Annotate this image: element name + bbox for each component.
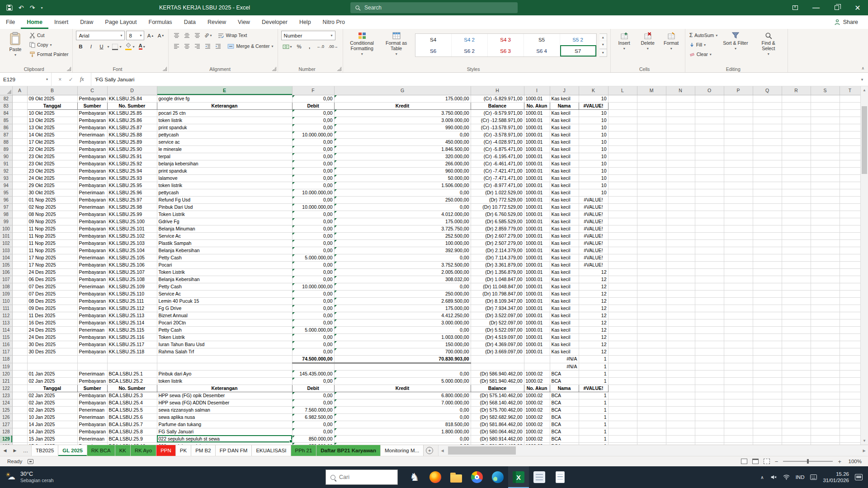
cell-B121[interactable]: 02 Jan 2025 [27,377,77,385]
cell-A85[interactable] [12,117,27,124]
cell-P108[interactable] [724,283,753,290]
font-size-combo[interactable]: 8▾ [126,31,144,40]
cell-I100[interactable]: 1000.01 [524,225,550,232]
cell-R110[interactable] [782,297,811,305]
formula-bar-expand-icon[interactable]: ▾ [856,73,868,86]
cell-N130[interactable] [666,442,695,445]
cell-L114[interactable] [608,326,637,333]
cell-M93[interactable] [637,174,666,182]
cell-D87[interactable]: KK.LSBU.25.88 [107,131,157,138]
cell-J112[interactable]: Kas kecil [550,312,579,319]
cell-I122[interactable]: No. Akun [524,385,550,392]
cell-R107[interactable] [782,276,811,283]
cell-L83[interactable] [608,102,637,109]
cell-D89[interactable]: KK.LSBU.25.90 [107,145,157,153]
cell-K102[interactable]: #VALUE! [579,239,608,247]
cell-E119[interactable] [157,363,292,370]
cell-G122[interactable]: Kredit [334,385,471,392]
cell-A126[interactable] [12,413,27,421]
cell-O114[interactable] [695,326,724,333]
cell-J126[interactable]: BCA [550,413,579,421]
cell-D126[interactable]: BCA.LSBU.25.6 [107,413,157,421]
cell-K83[interactable]: #VALUE! [579,102,608,109]
cell-F118[interactable]: 74.500.000,00 [292,355,334,363]
cell-N116[interactable] [666,341,695,348]
cell-N129[interactable] [666,435,695,442]
cell-K111[interactable]: 12 [579,305,608,312]
cell-T89[interactable] [840,145,860,153]
cell-C109[interactable]: Pembayaran [77,290,107,297]
cell-N90[interactable] [666,153,695,160]
cell-A130[interactable] [12,442,27,445]
tab-draw[interactable]: Draw [74,15,99,29]
taskbar-search-box[interactable] [326,469,398,485]
cell-E100[interactable]: Belanja Minuman [157,225,292,232]
cell-M104[interactable] [637,254,666,261]
cell-N95[interactable] [666,189,695,196]
format-as-table-button[interactable]: Format as Table ▾ [381,31,412,57]
cell-P114[interactable] [724,326,753,333]
cell-N97[interactable] [666,203,695,211]
cell-C119[interactable] [77,363,107,370]
cell-Q91[interactable] [753,160,782,167]
cell-D86[interactable]: KK.LSBU.25.87 [107,124,157,131]
cell-I128[interactable]: 1000.02 [524,428,550,435]
cell-P122[interactable] [724,385,753,392]
cell-J96[interactable]: Kas kecil [550,196,579,203]
cell-Q94[interactable] [753,182,782,189]
cell-B95[interactable]: 30 Okt 2025 [27,189,77,196]
cell-L107[interactable] [608,276,637,283]
cell-M97[interactable] [637,203,666,211]
cell-C115[interactable]: Pembayaran [77,333,107,341]
cell-O88[interactable] [695,138,724,145]
cell-G99[interactable]: 175.000,00 [334,218,471,225]
cell-D129[interactable]: BCA.LSBU.25.9 [107,435,157,442]
cell-P95[interactable] [724,189,753,196]
cell-Q92[interactable] [753,167,782,174]
column-header-F[interactable]: F [292,86,334,95]
cell-D124[interactable]: BCA.LSBU.25.4 [107,399,157,406]
cell-J86[interactable]: Kas kecil [550,124,579,131]
cell-M109[interactable] [637,290,666,297]
cell-D115[interactable]: KK.LSBU.25.116 [107,333,157,341]
cell-O95[interactable] [695,189,724,196]
cell-I98[interactable]: 1000.01 [524,211,550,218]
cell-H91[interactable]: (Cr) -6.461.471,00 [471,160,524,167]
cell-Q93[interactable] [753,174,782,182]
cell-P105[interactable] [724,261,753,268]
cell-G124[interactable]: 7.000.000,00 [334,399,471,406]
cell-G115[interactable]: 1.003.000,00 [334,333,471,341]
cell-E110[interactable]: Lemin 40 Pucuk 15 [157,297,292,305]
cell-G126[interactable]: 0,00 [334,413,471,421]
cell-G121[interactable]: 5.000.000,00 [334,377,471,385]
cell-F90[interactable]: 0,00 [292,153,334,160]
cell-J122[interactable]: Nama [550,385,579,392]
cell-O85[interactable] [695,117,724,124]
row-header-101[interactable]: 101 [0,232,12,239]
cell-K101[interactable]: #VALUE! [579,232,608,239]
cell-H84[interactable]: (Cr) -9.579.971,00 [471,109,524,117]
cell-A110[interactable] [12,297,27,305]
cell-P130[interactable] [724,442,753,445]
cell-A82[interactable] [12,95,27,102]
row-header-128[interactable]: 128 [0,428,12,435]
cell-B103[interactable]: 11 Nop 2025 [27,247,77,254]
cell-M123[interactable] [637,392,666,399]
cell-C123[interactable]: Pembayaran [77,392,107,399]
cell-R97[interactable] [782,203,811,211]
cell-S83[interactable] [811,102,840,109]
cell-D103[interactable]: KK.LSBU.25.104 [107,247,157,254]
cell-I97[interactable]: 1000.01 [524,203,550,211]
cell-N94[interactable] [666,182,695,189]
cell-M89[interactable] [637,145,666,153]
insert-cells-button[interactable]: Insert ▾ [614,31,635,52]
middle-align-icon[interactable] [182,31,191,40]
language-indicator[interactable]: IND [796,474,805,480]
cell-C83[interactable]: Sumber [77,102,107,109]
cell-I107[interactable]: 1000.01 [524,276,550,283]
cell-K125[interactable]: 1 [579,406,608,413]
cell-H101[interactable]: (Dr) 2.607.279,00 [471,232,524,239]
cell-C104[interactable]: Penerimaan [77,254,107,261]
cell-M118[interactable] [637,355,666,363]
cell-L96[interactable] [608,196,637,203]
